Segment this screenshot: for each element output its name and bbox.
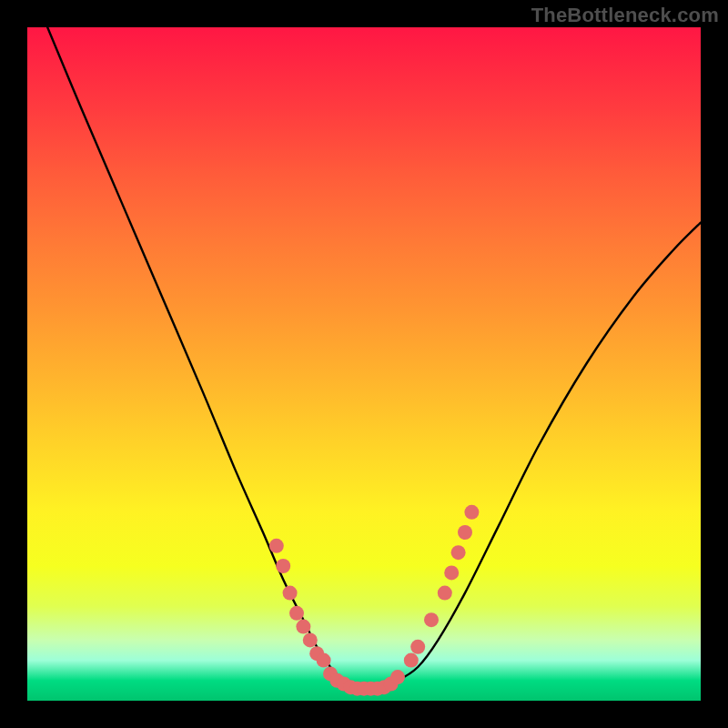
data-marker: [350, 682, 365, 696]
data-marker: [444, 565, 459, 580]
data-marker: [410, 640, 425, 654]
data-marker: [296, 620, 310, 634]
bottleneck-curve: [47, 27, 701, 688]
chart-stage: TheBottleneck.com: [0, 0, 728, 728]
watermark-text: TheBottleneck.com: [531, 4, 719, 27]
data-marker: [377, 680, 391, 694]
data-marker: [438, 586, 452, 601]
data-marker: [424, 612, 439, 627]
data-marker: [309, 646, 324, 661]
data-marker: [329, 673, 344, 688]
data-marker: [317, 653, 331, 668]
data-marker: [451, 545, 466, 560]
data-marker: [363, 682, 378, 696]
data-marker: [276, 559, 290, 573]
data-marker: [390, 670, 405, 684]
data-marker: [464, 505, 479, 520]
data-marker: [269, 539, 284, 553]
data-marker: [384, 677, 399, 692]
chart-svg: [27, 27, 701, 701]
data-marker: [289, 606, 304, 621]
data-marker: [283, 586, 298, 601]
data-marker: [343, 680, 358, 694]
plot-area: [27, 27, 701, 701]
data-marker: [370, 682, 385, 696]
data-marker: [323, 666, 338, 681]
data-marker: [357, 682, 371, 696]
data-marker: [337, 677, 351, 692]
data-marker: [458, 525, 472, 540]
data-marker: [303, 632, 318, 647]
data-marker: [404, 653, 419, 668]
